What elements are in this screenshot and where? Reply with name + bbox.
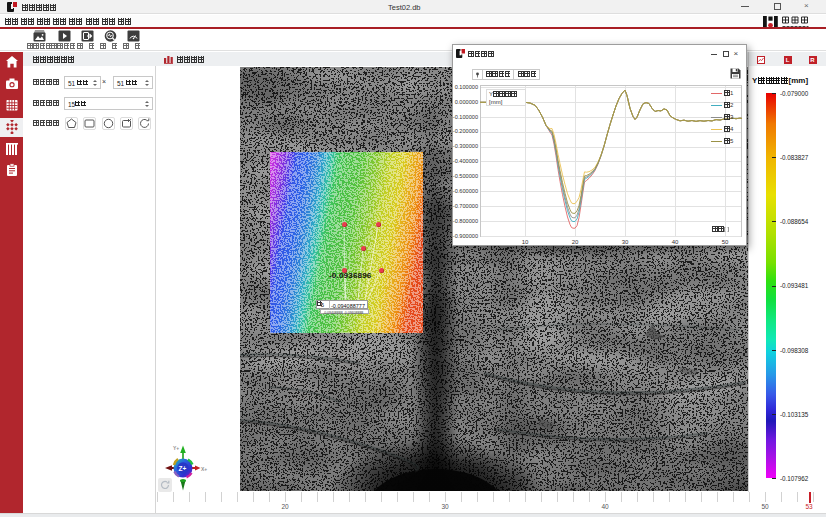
svg-text:Y+: Y+ xyxy=(173,445,179,451)
svg-text:X+: X+ xyxy=(201,466,207,472)
svg-text:Z+: Z+ xyxy=(179,465,187,472)
